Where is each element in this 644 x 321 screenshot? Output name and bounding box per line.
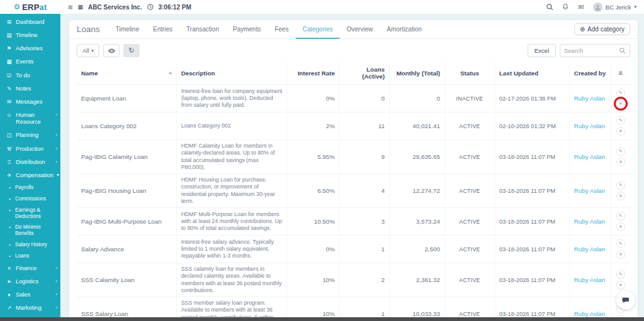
sidebar-item-commissions[interactable]: • Commissions: [0, 193, 60, 205]
created-by-link[interactable]: Ruby Aslan: [574, 218, 606, 225]
planning-icon: ◫: [6, 132, 13, 139]
tab-entries[interactable]: Entries: [146, 20, 179, 39]
tab-fees[interactable]: Fees: [268, 20, 296, 39]
edit-row-button[interactable]: ✎: [616, 239, 625, 248]
bottom-edge-strip: [0, 317, 644, 321]
cell-interest-rate: 10.50%: [287, 208, 340, 236]
cell-interest-rate: 6.50%: [287, 174, 340, 208]
dashboard-icon: ⊞: [6, 19, 13, 26]
edit-row-button[interactable]: ✎: [616, 181, 625, 190]
cell-monthly-total: 40,021.41: [389, 112, 445, 140]
sidebar-item-planning[interactable]: ◫ Planning ›: [0, 129, 60, 142]
tab-overview[interactable]: Overview: [340, 20, 380, 39]
created-by-link[interactable]: Ruby Aslan: [574, 276, 606, 283]
cell-loans-active: 3: [340, 208, 389, 236]
sidebar-item-logistics[interactable]: ➤ Logistics ›: [0, 275, 60, 288]
cell-monthly-total: 10,033.33: [389, 297, 445, 318]
eye-icon: [108, 48, 116, 54]
delete-row-button[interactable]: ✕: [616, 281, 625, 290]
loans-categories-card: Loans Timeline Entries Transaction Payme…: [69, 20, 638, 317]
sidebar-item-to-do[interactable]: ☑ To do: [0, 69, 60, 82]
sidebar-item-production[interactable]: ⚒ Production ›: [0, 143, 60, 156]
sidebar-item-messages[interactable]: ✉ Messages: [0, 95, 60, 109]
cell-interest-rate: 0%: [287, 85, 340, 112]
created-by-link[interactable]: Ruby Aslan: [574, 95, 606, 102]
table-row: Pag-IBIG Calamity Loan HDMF Calamity Loa…: [77, 140, 630, 174]
sidebar-item-label: Compensation: [16, 172, 53, 179]
delete-row-button[interactable]: ✕: [616, 127, 625, 136]
sidebar-item-compensation[interactable]: ✈ Compensation ▾: [0, 169, 60, 182]
table-menu-icon[interactable]: ≡: [611, 62, 630, 85]
delete-row-button[interactable]: ✕: [616, 158, 625, 166]
mail-icon[interactable]: ✉: [577, 3, 585, 11]
sidebar-item-salary-history[interactable]: • Salary History: [0, 239, 60, 251]
user-menu[interactable]: BC Jerick ▾: [593, 3, 636, 12]
edit-row-button[interactable]: ✎: [616, 212, 625, 220]
search-icon[interactable]: [619, 47, 626, 54]
column-header-monthly-total: Monthly (Total): [389, 62, 445, 85]
search-input[interactable]: [564, 47, 619, 54]
chevron-icon: ›: [55, 291, 57, 298]
sidebar-item-finance[interactable]: ¤ Finance ›: [0, 262, 60, 275]
sidebar-item-label: Distribution: [16, 159, 52, 166]
chat-fab-button[interactable]: [616, 291, 635, 310]
cell-loans-active: 2: [340, 263, 389, 297]
chevron-icon: ›: [55, 146, 57, 152]
add-category-button[interactable]: ⊕ Add category: [574, 23, 630, 35]
delete-row-button[interactable]: ✕: [616, 250, 625, 259]
refresh-button[interactable]: ↻: [123, 44, 140, 57]
sidebar-item-events[interactable]: ▦ Events: [0, 55, 60, 68]
sidebar-item-de-minimis-benefits[interactable]: • De Minimis Benefits: [0, 222, 60, 239]
search-icon[interactable]: [546, 3, 553, 11]
sidebar-item-earnings-deductions[interactable]: • Earnings & Deductions: [0, 205, 60, 222]
column-header-name[interactable]: Name▴: [77, 62, 176, 85]
created-by-link[interactable]: Ruby Aslan: [574, 122, 606, 129]
created-by-link[interactable]: Ruby Aslan: [574, 246, 606, 253]
sidebar-item-human-resource[interactable]: ☺ Human Resource ›: [0, 109, 60, 129]
edit-row-button[interactable]: ✎: [616, 270, 625, 279]
edit-row-button[interactable]: ✎: [616, 89, 625, 97]
sidebar-item-advisories[interactable]: ⚑ Advisories: [0, 42, 60, 55]
created-by-link[interactable]: Ruby Aslan: [574, 310, 606, 317]
erpat-logo[interactable]: ⚙ ERPat: [0, 0, 60, 14]
sidebar-item-label: Human Resource: [16, 112, 52, 126]
clock-icon: [147, 4, 153, 10]
sidebar-item-notes[interactable]: ✎ Notes: [0, 82, 60, 95]
tab-payments[interactable]: Payments: [226, 20, 267, 39]
sidebar-toggle-icon[interactable]: ≡: [68, 3, 73, 11]
tab-amortization[interactable]: Amortization: [380, 20, 429, 39]
delete-row-button[interactable]: ✕: [616, 192, 625, 200]
delete-row-button[interactable]: ✕: [616, 222, 625, 231]
chevron-icon: ▾: [57, 172, 59, 178]
sidebar-item-marketing[interactable]: ↗ Marketing ›: [0, 302, 60, 315]
table-row: SSS Calamity Loan SSS calamity loan for …: [77, 263, 630, 297]
logistics-icon: ➤: [6, 278, 13, 285]
cell-last-updated: 03-18-2026 11:07 PM: [494, 174, 569, 208]
sidebar-item-payrolls[interactable]: • Payrolls: [0, 182, 60, 193]
sidebar-item-loans[interactable]: • Loans: [0, 251, 60, 262]
cell-last-updated: 02-17-2026 01:38 PM: [494, 85, 569, 112]
created-by-link[interactable]: Ruby Aslan: [574, 187, 606, 194]
sidebar-item-distribution[interactable]: ♖ Distribution ›: [0, 156, 60, 169]
excel-export-button[interactable]: Excel: [528, 44, 556, 57]
chevron-down-icon: ▾: [634, 4, 636, 9]
toggle-columns-button[interactable]: [103, 44, 119, 57]
created-by-link[interactable]: Ruby Aslan: [574, 153, 606, 160]
status-badge: ACTIVE: [445, 263, 494, 297]
tab-timeline[interactable]: Timeline: [109, 20, 146, 39]
sales-icon: ♦: [6, 291, 13, 298]
delete-row-button[interactable]: ✕: [616, 99, 625, 108]
categories-table: Name▴ Description Interest Rate Loans (A…: [77, 62, 630, 317]
sidebar-item-dashboard[interactable]: ⊞ Dashboard: [0, 16, 60, 29]
column-header-interest-rate: Interest Rate: [287, 62, 340, 85]
sidebar-item-sales[interactable]: ♦ Sales ›: [0, 288, 60, 302]
tab-categories[interactable]: Categories: [296, 20, 340, 39]
edit-row-button[interactable]: ✎: [616, 147, 625, 156]
events-icon: ▦: [6, 58, 13, 65]
tab-transaction[interactable]: Transaction: [179, 20, 226, 39]
edit-row-button[interactable]: ✎: [616, 116, 625, 125]
bell-icon[interactable]: [562, 3, 569, 11]
sidebar-item-timeline[interactable]: ▤ Timeline: [0, 29, 60, 42]
scope-dropdown[interactable]: All ▾: [77, 44, 99, 57]
add-category-label: Add category: [587, 26, 625, 33]
